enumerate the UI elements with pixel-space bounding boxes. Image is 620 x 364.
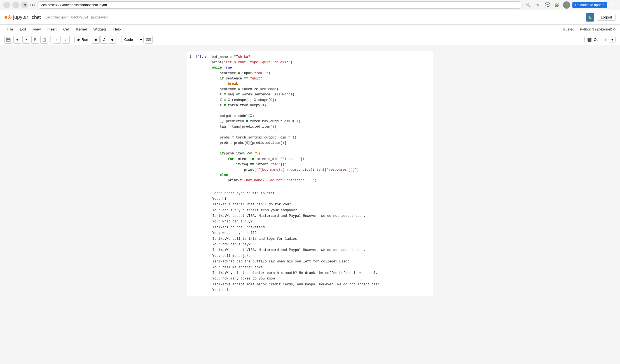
cell-code-editor[interactable]: bot_name = "Ishika" print("Let's chat! t… [210,51,433,187]
logout-button[interactable]: Logout [597,14,616,21]
move-down-button[interactable]: ↓ [62,36,70,44]
menu-view[interactable]: View [30,26,43,32]
cell-input: In [4]: ▶ bot_name = "Ishika" print("Let… [187,51,433,187]
cut-button[interactable]: ✂ [22,36,30,44]
browser-right-icons: 🔍 ☆ 💬 🧩 U Relaunch to update ⋮ [525,1,617,9]
run-button[interactable]: ▶ Run [74,36,91,43]
logo-circle-inner [9,17,10,18]
run-label: Run [81,37,88,42]
run-triangle-icon: ▶ [78,37,80,42]
run-button-group: ▶ Run ■ ↺ ⏭ [74,36,116,44]
cell-prompt: In [4]: ▶ [187,51,210,187]
menu-dots-icon[interactable]: ⋮ [609,1,617,9]
back-button[interactable]: ← [3,2,10,8]
url-bar[interactable] [37,1,523,9]
logo-circle-top [4,16,7,19]
logo-circle-main [8,15,11,19]
fast-forward-button[interactable]: ⏭ [109,36,116,44]
jupyter-top-bar: jupyter chat Last Checkpoint: 04/06/2024… [0,10,620,25]
checkpoint-info: Last Checkpoint: 04/06/2024 (autosaved) [45,15,109,19]
commit-button[interactable]: Commit [584,36,609,43]
trusted-label: Trusted [562,27,574,31]
paste-button[interactable]: 📋 [40,36,48,44]
move-up-button[interactable]: ↑ [53,36,61,44]
jupyter-logo: jupyter [4,14,28,20]
save-button[interactable]: 💾 [4,36,12,44]
menu-right: Trusted | Python 3 (ipykernel) [562,27,616,31]
restart-button[interactable]: ↺ [100,36,108,44]
keyboard-shortcut-button[interactable]: ⌨ [145,36,153,44]
menu-bar: File Edit View Insert Cell Kernel Widget… [0,25,620,34]
relaunch-button[interactable]: Relaunch to update [572,2,607,8]
kernel-status-dot [613,28,616,30]
menu-file[interactable]: File [4,26,16,32]
add-cell-button[interactable]: + [13,36,21,44]
browser-bar: ← → ↻ ℹ 🔍 ☆ 💬 🧩 U Relaunch to update ⋮ [0,0,620,10]
toolbar-separator-1 [50,36,51,43]
python-logo: 🐍 [586,13,594,22]
reload-button[interactable]: ↻ [21,2,28,8]
menu-kernel[interactable]: Kernel [73,26,90,32]
toolbar-separator-2 [72,36,72,43]
menu-edit[interactable]: Edit [17,26,29,32]
toolbar-right: Commit ▼ [584,36,616,43]
menu-cell[interactable]: Cell [60,26,72,32]
copy-button[interactable]: ⎘ [31,36,39,44]
cell-type-select[interactable]: Code [121,36,144,43]
commit-icon [588,38,591,42]
avatar: U [563,1,570,9]
commit-label: Commit [594,37,606,42]
jupyter-logo-mark [4,15,11,19]
interrupt-button[interactable]: ■ [92,36,100,44]
notebook-cell-4: In [4]: ▶ bot_name = "Ishika" print("Let… [187,51,433,297]
commit-button-group: Commit ▼ [584,36,616,43]
cell-output: Let's chat! type 'quit' to exit You: hi … [187,187,433,297]
menu-widgets[interactable]: Widgets [91,26,109,32]
search-icon[interactable]: 🔍 [525,1,532,9]
toolbar: 💾 + ✂ ⎘ 📋 ↑ ↓ ▶ Run ■ ↺ ⏭ Code ⌨ Commit … [0,34,620,45]
jupyter-wordmark: jupyter [13,14,28,20]
forward-button[interactable]: → [12,2,19,8]
menu-insert[interactable]: Insert [45,26,59,32]
commit-dropdown-button[interactable]: ▼ [609,37,616,43]
security-icon: ℹ [30,3,35,7]
main-content: In [4]: ▶ bot_name = "Ishika" print("Let… [0,45,620,364]
jupyter-top-right: 🐍 Logout [586,13,616,22]
kernel-info: Python 3 (ipykernel) [580,27,616,31]
run-indicator: ▶ [205,55,207,59]
toolbar-separator-3 [119,36,119,43]
menu-help[interactable]: Help [111,26,124,32]
whatsapp-icon[interactable]: 💬 [544,1,551,9]
star-icon[interactable]: ☆ [534,1,542,9]
notebook-name[interactable]: chat [32,15,41,20]
extension-icon[interactable]: 🧩 [553,1,561,9]
